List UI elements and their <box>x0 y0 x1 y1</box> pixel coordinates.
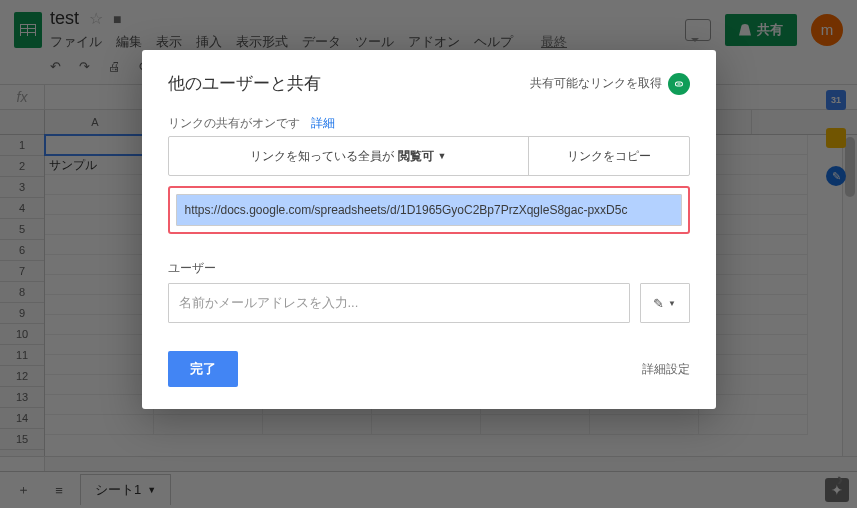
done-button[interactable]: 完了 <box>168 351 238 387</box>
url-highlight-box: https://docs.google.com/spreadsheets/d/1… <box>168 186 690 234</box>
copy-link-button[interactable]: リンクをコピー <box>529 137 689 175</box>
users-label: ユーザー <box>168 260 690 277</box>
share-url-input[interactable]: https://docs.google.com/spreadsheets/d/1… <box>176 194 682 226</box>
details-link[interactable]: 詳細 <box>311 116 335 130</box>
get-shareable-link[interactable]: 共有可能なリンクを取得 <box>530 73 690 95</box>
chevron-down-icon: ▼ <box>438 151 447 161</box>
modal-overlay: 他のユーザーと共有 共有可能なリンクを取得 リンクの共有がオンです 詳細 リンク… <box>0 0 857 508</box>
advanced-link[interactable]: 詳細設定 <box>642 361 690 378</box>
link-sharing-status: リンクの共有がオンです 詳細 <box>168 115 690 132</box>
get-link-label: 共有可能なリンクを取得 <box>530 75 662 92</box>
link-icon <box>668 73 690 95</box>
permission-level-button[interactable]: ✎ ▼ <box>640 283 690 323</box>
people-placeholder: 名前かメールアドレスを入力... <box>179 294 359 312</box>
permission-dropdown[interactable]: リンクを知っている全員が閲覧可 ▼ <box>169 137 529 175</box>
dialog-title: 他のユーザーと共有 <box>168 72 321 95</box>
share-dialog: 他のユーザーと共有 共有可能なリンクを取得 リンクの共有がオンです 詳細 リンク… <box>142 50 716 409</box>
chevron-down-icon: ▼ <box>668 299 676 308</box>
permission-row: リンクを知っている全員が閲覧可 ▼ リンクをコピー <box>168 136 690 176</box>
people-input[interactable]: 名前かメールアドレスを入力... <box>168 283 630 323</box>
